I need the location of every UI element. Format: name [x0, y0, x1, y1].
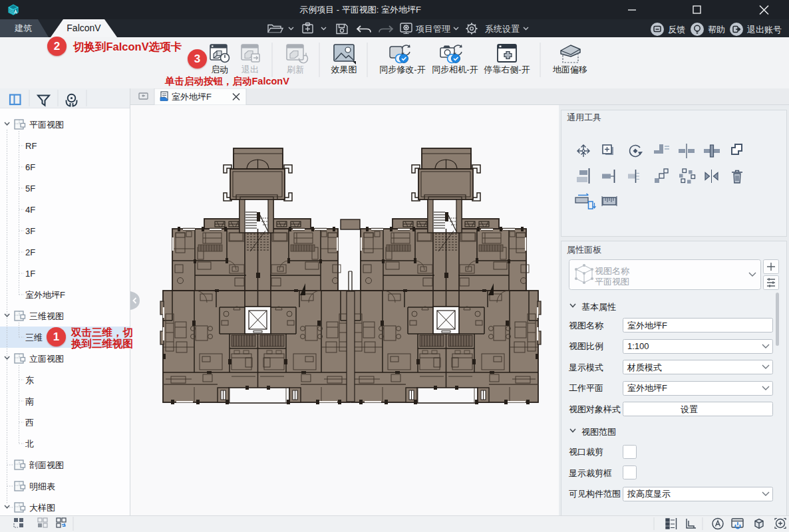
svg-text:明细表: 明细表: [29, 481, 55, 491]
svg-text:刷新: 刷新: [287, 65, 304, 74]
svg-text:系统设置: 系统设置: [485, 24, 520, 34]
svg-text:立面视图: 立面视图: [29, 354, 64, 364]
svg-text:南: 南: [25, 396, 34, 406]
svg-text:可见构件范围: 可见构件范围: [569, 489, 621, 499]
svg-text:启动: 启动: [211, 65, 228, 74]
svg-text:大样图: 大样图: [29, 503, 55, 513]
svg-text:效果图: 效果图: [331, 65, 357, 74]
svg-text:帮助: 帮助: [708, 25, 725, 35]
svg-text:停靠右侧-开: 停靠右侧-开: [484, 65, 530, 74]
svg-text:6F: 6F: [25, 162, 35, 172]
svg-text:显示模式: 显示模式: [569, 362, 603, 372]
svg-text:同步修改-开: 同步修改-开: [379, 65, 425, 74]
svg-text:视口裁剪: 视口裁剪: [569, 447, 603, 457]
svg-text:基本属性: 基本属性: [581, 302, 616, 312]
svg-text:项目管理: 项目管理: [416, 24, 450, 34]
svg-text:按高度显示: 按高度显示: [627, 489, 671, 499]
svg-text:室外地坪F: 室外地坪F: [627, 383, 667, 393]
svg-text:室外地坪F: 室外地坪F: [627, 321, 667, 331]
svg-text:显示裁剪框: 显示裁剪框: [569, 468, 612, 478]
svg-text:工作平面: 工作平面: [569, 383, 603, 393]
svg-text:同步相机-开: 同步相机-开: [432, 65, 478, 74]
svg-text:5F: 5F: [25, 184, 35, 194]
svg-text:北: 北: [25, 439, 34, 449]
svg-text:室外地坪F: 室外地坪F: [172, 92, 212, 102]
svg-text:视图比例: 视图比例: [569, 341, 603, 351]
svg-text:4F: 4F: [25, 205, 35, 215]
svg-text:设置: 设置: [681, 404, 698, 414]
svg-text:视图名称: 视图名称: [569, 321, 604, 331]
svg-text:剖面视图: 剖面视图: [29, 460, 64, 470]
svg-text:退出: 退出: [241, 65, 259, 74]
svg-text:反馈: 反馈: [668, 25, 685, 35]
svg-text:属性面板: 属性面板: [567, 245, 601, 255]
svg-text:通用工具: 通用工具: [567, 112, 601, 122]
svg-text:视图对象样式: 视图对象样式: [569, 404, 621, 414]
svg-text:2F: 2F: [25, 247, 35, 257]
svg-text:3F: 3F: [25, 226, 35, 236]
svg-text:材质模式: 材质模式: [627, 362, 662, 372]
svg-text:退出账号: 退出账号: [747, 25, 782, 35]
svg-text:1F: 1F: [25, 269, 35, 279]
svg-text:三维: 三维: [25, 332, 43, 342]
svg-text:地面偏移: 地面偏移: [553, 65, 587, 74]
svg-text:东: 东: [25, 375, 34, 385]
svg-text:视图名称: 视图名称: [595, 266, 630, 276]
svg-text:平面视图: 平面视图: [595, 277, 629, 287]
svg-text:平面视图: 平面视图: [29, 120, 64, 130]
svg-text:室外地坪F: 室外地坪F: [25, 290, 65, 300]
svg-text:三维视图: 三维视图: [29, 311, 64, 321]
svg-text:西: 西: [25, 418, 34, 428]
svg-text:RF: RF: [25, 141, 37, 151]
svg-text:视图范围: 视图范围: [581, 427, 616, 437]
svg-text:1:100: 1:100: [627, 341, 649, 351]
